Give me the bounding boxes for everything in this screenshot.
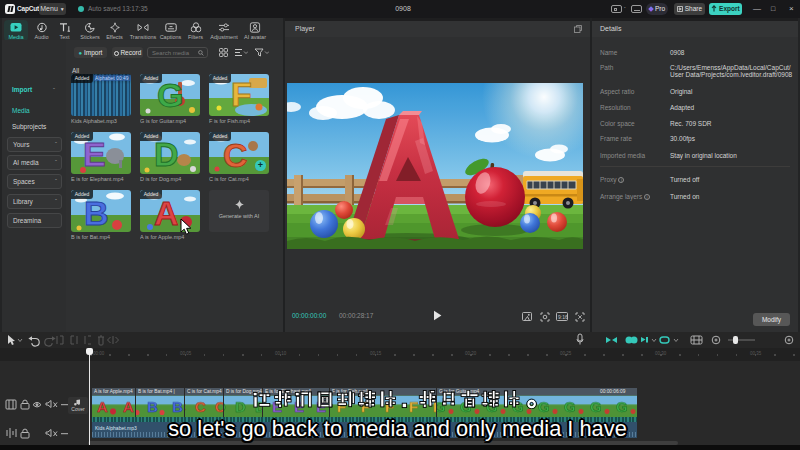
svg-text:A: A [154,194,179,232]
svg-text:9:16: 9:16 [558,314,568,320]
svg-text:B: B [84,194,109,232]
svg-text:F: F [231,75,252,113]
svg-text:C: C [223,136,248,174]
